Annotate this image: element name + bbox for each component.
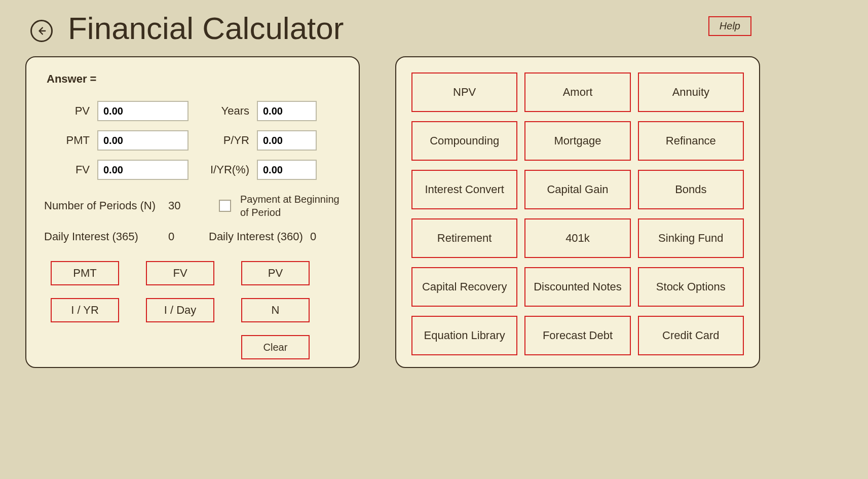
- tool-compounding[interactable]: Compounding: [411, 121, 517, 161]
- calc-pv-button[interactable]: PV: [241, 261, 310, 285]
- fv-label: FV: [52, 163, 90, 176]
- calc-fv-button[interactable]: FV: [146, 261, 214, 285]
- begin-period-label: Payment at Beginning of Period: [240, 193, 342, 219]
- years-input[interactable]: [257, 101, 317, 121]
- tool-refinance[interactable]: Refinance: [638, 121, 744, 161]
- answer-label: Answer =: [47, 72, 344, 86]
- periods-label: Number of Periods (N): [44, 199, 168, 212]
- tool-discounted-notes[interactable]: Discounted Notes: [524, 267, 630, 307]
- daily360-label: Daily Interest (360): [209, 230, 310, 243]
- help-button[interactable]: Help: [708, 16, 751, 36]
- pv-label: PV: [52, 104, 90, 118]
- tool-credit-card[interactable]: Credit Card: [638, 316, 744, 355]
- calc-pmt-button[interactable]: PMT: [51, 261, 119, 285]
- tool-interest-convert[interactable]: Interest Convert: [411, 170, 517, 209]
- periods-value: 30: [168, 199, 199, 212]
- fv-input[interactable]: [97, 160, 188, 180]
- tool-sinking-fund[interactable]: Sinking Fund: [638, 218, 744, 258]
- daily365-value: 0: [168, 230, 199, 243]
- pv-input[interactable]: [97, 101, 188, 121]
- pmt-label: PMT: [52, 134, 90, 147]
- pyr-input[interactable]: [257, 130, 317, 151]
- calculator-panel: Answer = PV Years PMT P/YR FV I/YR(%) Nu…: [25, 56, 360, 368]
- tool-forecast-debt[interactable]: Forecast Debt: [524, 316, 630, 355]
- tool-annuity[interactable]: Annuity: [638, 72, 744, 112]
- daily365-label: Daily Interest (365): [44, 230, 168, 243]
- begin-period-checkbox[interactable]: [219, 200, 231, 212]
- iyr-pct-label: I/YR(%): [196, 163, 249, 176]
- tool-mortgage[interactable]: Mortgage: [524, 121, 630, 161]
- tool-401k[interactable]: 401k: [524, 218, 630, 258]
- pmt-input[interactable]: [97, 130, 188, 151]
- iyr-input[interactable]: [257, 160, 317, 180]
- tool-npv[interactable]: NPV: [411, 72, 517, 112]
- tool-bonds[interactable]: Bonds: [638, 170, 744, 209]
- daily360-value: 0: [310, 230, 316, 243]
- calc-iday-button[interactable]: I / Day: [146, 298, 214, 322]
- years-label: Years: [196, 104, 249, 118]
- tool-retirement[interactable]: Retirement: [411, 218, 517, 258]
- tool-equation-library[interactable]: Equation Library: [411, 316, 517, 355]
- arrow-left-icon: [36, 25, 47, 36]
- tool-stock-options[interactable]: Stock Options: [638, 267, 744, 307]
- back-button[interactable]: [30, 20, 53, 42]
- tools-panel: NPV Amort Annuity Compounding Mortgage R…: [395, 56, 760, 368]
- tool-capital-gain[interactable]: Capital Gain: [524, 170, 630, 209]
- calc-n-button[interactable]: N: [241, 298, 310, 322]
- tool-capital-recovery[interactable]: Capital Recovery: [411, 267, 517, 307]
- page-title: Financial Calculator: [68, 10, 344, 46]
- clear-button[interactable]: Clear: [241, 335, 310, 359]
- tool-amort[interactable]: Amort: [524, 72, 630, 112]
- calc-iyr-button[interactable]: I / YR: [51, 298, 119, 322]
- pyr-label: P/YR: [196, 134, 249, 147]
